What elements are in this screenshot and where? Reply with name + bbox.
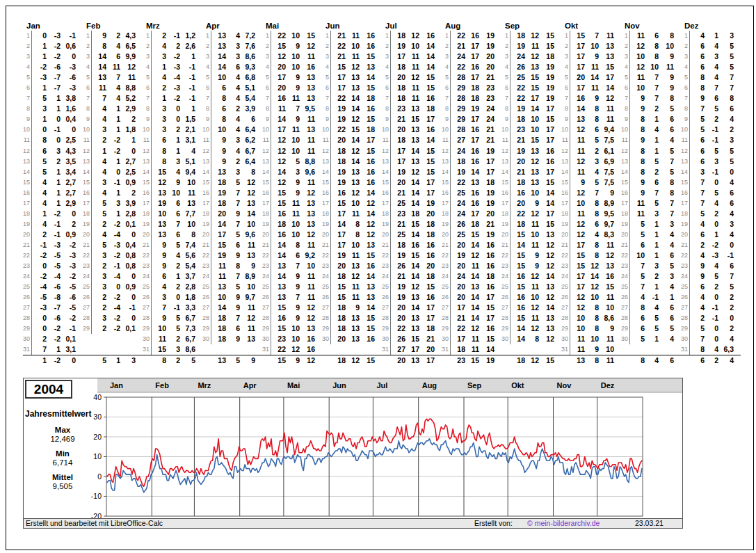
value-cell: 3 [718, 135, 734, 145]
value-cell: 7 [585, 31, 599, 41]
value-cell: 7 [226, 198, 240, 209]
value-cell: 4 [659, 240, 674, 250]
value-cell: 14 [211, 303, 226, 313]
value-cell: 6 [659, 125, 674, 135]
day-number: 24 [262, 271, 271, 282]
day-number: 6 [262, 83, 271, 93]
chart-block: 403020100-10-20JanFebMrzAprMaiJunJulAugS… [23, 378, 683, 529]
day-row: 24161214 [501, 271, 561, 282]
day-row: 11347,2 [202, 31, 262, 41]
value-cell [226, 344, 240, 355]
day-number: 19 [262, 219, 271, 230]
month-header-jul: Jul [382, 21, 442, 31]
day-number: 25 [143, 282, 152, 292]
value-cell: -7 [47, 83, 61, 93]
value-cell: 9 [226, 334, 240, 344]
chart-month-label-feb: Feb [155, 381, 169, 390]
value-cell: 17 [211, 230, 226, 240]
chart-month-label-sep: Sep [467, 381, 481, 390]
value-cell: 8 [659, 31, 674, 41]
value-cell: 23 [271, 334, 286, 344]
chart-month-label-mrz: Mrz [198, 381, 211, 390]
day-number: 12 [621, 146, 630, 157]
value-cell [645, 344, 659, 355]
value-cell: 3 [166, 344, 180, 355]
day-row: 21337,6 [202, 41, 262, 51]
value-cell: 2 [61, 219, 76, 230]
value-cell: 17 [539, 125, 554, 135]
value-cell: 7 [718, 72, 734, 83]
value-cell: 14 [585, 271, 599, 282]
value-cell: 3 [32, 104, 47, 114]
value-cell: 14 [465, 313, 479, 323]
value-cell: 20 [211, 209, 226, 219]
day-row: 30704 [681, 334, 741, 344]
day-row: 13835,1 [143, 157, 202, 167]
value-cell: 5 [92, 209, 106, 219]
value-cell: 13 [346, 72, 360, 83]
value-cell: 4 [705, 62, 718, 72]
day-number: 30 [621, 334, 630, 344]
day-row: 24181214 [322, 271, 382, 282]
value-cell: 12 [570, 157, 585, 167]
value-cell: 13 [240, 198, 255, 209]
max-label: Max [24, 426, 102, 434]
author-link[interactable]: © mein-bilderarchiv.de [527, 519, 600, 528]
day-number [83, 355, 92, 366]
day-number: 1 [143, 31, 152, 41]
day-row: 2846,5 [83, 41, 143, 51]
value-cell: 14 [539, 271, 554, 282]
value-cell: 13 [300, 323, 315, 334]
value-cell: 4 [226, 125, 240, 135]
month-header-jan: Jan [23, 21, 83, 31]
value-cell: -3 [61, 83, 76, 93]
value-cell: 6 [690, 146, 705, 157]
day-number: 13 [442, 157, 451, 167]
value-cell: 12 [465, 323, 479, 334]
day-row: 9211517 [382, 114, 442, 125]
value-cell: 18 [391, 240, 405, 250]
value-cell: 23 [391, 209, 405, 219]
day-row: 9100,4 [23, 114, 83, 125]
value-cell: 10 [286, 334, 300, 344]
value-cell: -1 [166, 31, 180, 41]
value-cell: 12 [152, 177, 166, 188]
value-cell: 15 [570, 261, 585, 271]
day-number: 3 [561, 51, 570, 62]
value-cell: 1 [106, 125, 120, 135]
value-cell: 19 [391, 41, 405, 51]
value-cell: 11 [405, 93, 419, 104]
day-row: 30261521 [382, 334, 442, 344]
day-number: 17 [262, 198, 271, 209]
day-number: 12 [501, 146, 510, 157]
day-row: 8231318 [382, 104, 442, 114]
day-row: 27201417 [382, 303, 442, 313]
value-cell: 5 [166, 240, 180, 250]
day-row: 3121011 [262, 51, 322, 62]
day-number: 29 [83, 323, 92, 334]
day-number: 17 [501, 198, 510, 209]
value-cell: 4 [166, 250, 180, 261]
day-row: 131236,9 [561, 157, 621, 167]
day-row: 221016 [621, 250, 681, 261]
day-number: 23 [442, 261, 451, 271]
value-cell: 10 [570, 198, 585, 209]
day-row: 115711 [561, 31, 621, 41]
month-mean-cell: 15912 [262, 355, 322, 366]
value-cell: 14 [405, 146, 419, 157]
value-cell: 18 [211, 323, 226, 334]
day-number [322, 355, 331, 366]
value-cell: 3,3 [180, 303, 195, 313]
day-number: 16 [322, 188, 331, 198]
value-cell [360, 344, 375, 355]
value-cell: 4 [630, 292, 645, 303]
day-row: 30111011 [561, 334, 621, 344]
day-row: 31181114 [442, 344, 501, 355]
value-cell: 24 [451, 146, 465, 157]
day-row: 16978 [621, 188, 681, 198]
value-cell: 8 [226, 261, 240, 271]
day-number [621, 355, 630, 366]
day-row: 7845,4 [202, 93, 262, 104]
value-cell: 12 [360, 219, 375, 230]
mean-value-cell: 9 [286, 355, 300, 366]
